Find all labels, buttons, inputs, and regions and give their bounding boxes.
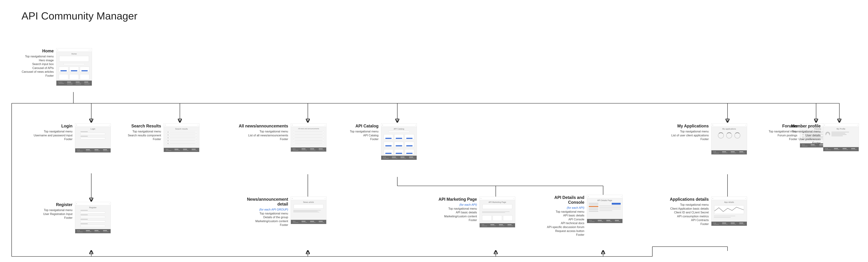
node-myapps: My Applications Top navigational menu Li… <box>659 123 747 155</box>
node-search: Search Results Top navigational menu Sea… <box>122 123 199 152</box>
node-appdetails: Applications details Top navigational me… <box>651 197 747 226</box>
wf-profile: ≡• My Profile <box>823 123 859 151</box>
node-profile: Member profile Top navigational menu Use… <box>786 123 859 151</box>
wf-login: ≡• Login <box>75 123 111 153</box>
wf-catalog: ≡• API Catalog <box>381 123 417 160</box>
wf-appdetails: ≡• App details <box>711 197 747 226</box>
node-catalog: API Catalog Top navigational menu API Ca… <box>344 123 417 160</box>
node-allnews: All news/announcements Top navigational … <box>231 123 327 152</box>
wf-myapps: ≡• My applications <box>711 123 747 155</box>
node-heading: Home <box>42 49 54 53</box>
node-newsdetail: News/announcement detail (for each API G… <box>232 197 327 227</box>
node-home: Home Top navigational menu Hero image Se… <box>7 48 92 86</box>
wf-allnews: ≡• All news and announcements <box>291 123 327 152</box>
node-details: API Details and Console (for each API) T… <box>530 195 623 237</box>
node-register: Register Top navigational menu User Regi… <box>32 202 111 233</box>
page-title: API Community Manager <box>22 10 137 22</box>
wf-marketing: ≡• API Marketing Page <box>479 197 515 227</box>
node-login: Login Top navigational menu Username and… <box>26 123 111 153</box>
wf-details: ≡• API Details Page <box>587 195 623 223</box>
wf-register: ≡• Register <box>75 202 111 233</box>
node-marketing: API Marketing Page (for each API) Top na… <box>430 197 515 227</box>
wf-home: ≡•• Home <box>56 48 92 86</box>
wf-search: ≡• Search results <box>163 123 199 152</box>
avatar-icon <box>826 132 830 136</box>
wf-newsdetail: ≡• News article <box>291 197 327 224</box>
